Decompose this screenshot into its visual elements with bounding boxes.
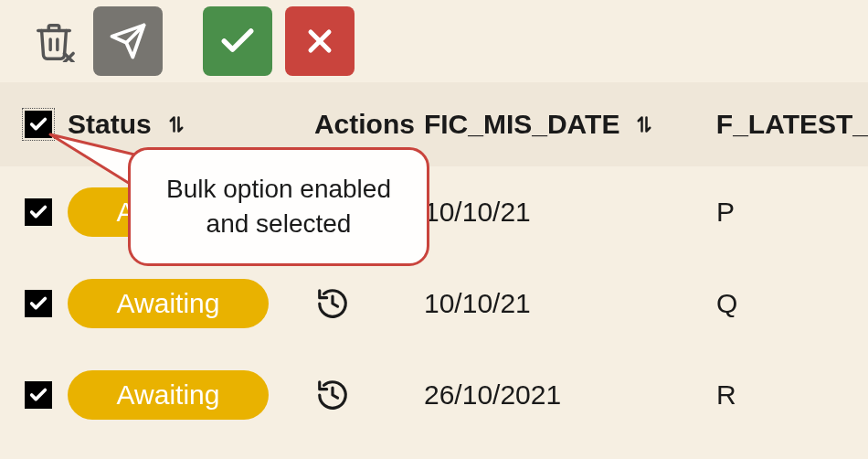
history-icon	[315, 378, 350, 412]
approve-button[interactable]	[203, 6, 272, 76]
checkmark-icon	[28, 202, 48, 222]
column-header-status[interactable]: Status	[68, 109, 314, 140]
row-checkbox[interactable]	[25, 381, 52, 409]
checkmark-icon	[28, 385, 48, 405]
history-button[interactable]	[314, 377, 351, 413]
delete-button[interactable]	[27, 15, 80, 68]
cell-date: 26/10/2021	[424, 379, 561, 411]
cell-latest: P	[716, 197, 735, 228]
close-icon	[302, 23, 338, 59]
cell-latest: Q	[716, 288, 737, 319]
reject-button[interactable]	[285, 6, 355, 76]
select-all-checkbox[interactable]	[22, 108, 55, 141]
column-header-actions: Actions	[314, 109, 424, 140]
cell-date: 10/10/21	[424, 197, 531, 228]
column-header-f-latest[interactable]: F_LATEST_	[716, 109, 868, 140]
data-table: Status Actions FIC_MIS_DATE F_LATEST_	[0, 82, 868, 441]
column-label: Actions	[314, 109, 415, 140]
status-badge: Awaiting	[68, 370, 269, 420]
send-icon	[109, 22, 147, 60]
table-header: Status Actions FIC_MIS_DATE F_LATEST_	[0, 82, 868, 166]
table-row: Awaiting 10/10/21 Q	[0, 258, 868, 349]
history-icon	[315, 286, 350, 321]
column-label: F_LATEST_	[716, 109, 868, 140]
column-label: Status	[68, 109, 152, 140]
history-button[interactable]	[314, 285, 351, 322]
sort-icon	[163, 111, 190, 138]
header-checkbox-cell	[9, 108, 68, 141]
check-icon	[217, 21, 258, 61]
send-button[interactable]	[93, 6, 163, 76]
callout-annotation: Bulk option enabled and selected	[128, 147, 429, 266]
toolbar	[0, 0, 868, 82]
sort-icon	[630, 111, 658, 138]
table-row: Awaiting 26/10/2021 R	[0, 349, 868, 441]
row-checkbox[interactable]	[25, 290, 52, 317]
checkmark-icon	[28, 114, 48, 134]
callout-text: Bulk option enabled and selected	[147, 172, 410, 241]
checkmark-icon	[28, 294, 48, 314]
cell-latest: R	[716, 379, 736, 411]
row-checkbox[interactable]	[25, 198, 52, 226]
cell-date: 10/10/21	[424, 288, 531, 319]
status-badge: Awaiting	[68, 279, 269, 328]
column-label: FIC_MIS_DATE	[424, 109, 619, 140]
trash-icon	[33, 20, 75, 62]
column-header-fic-mis-date[interactable]: FIC_MIS_DATE	[424, 109, 716, 140]
